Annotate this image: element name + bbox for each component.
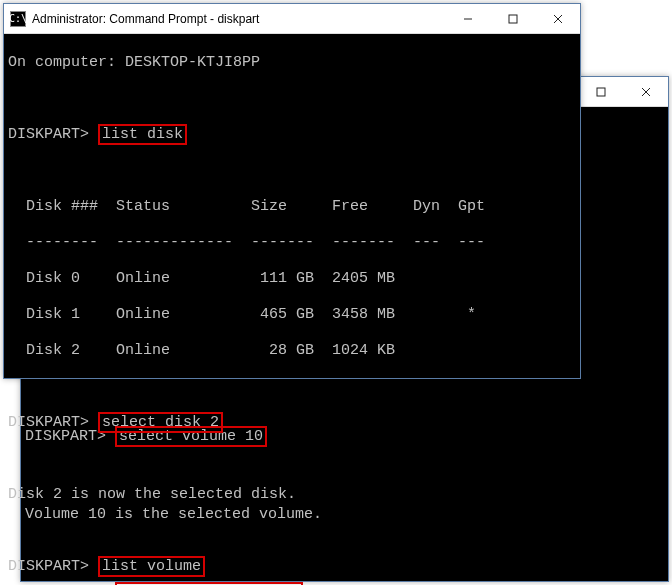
terminal-output-front: On computer: DESKTOP-KTJI8PP DISKPART> l… bbox=[4, 34, 580, 585]
window-title-front: Administrator: Command Prompt - diskpart bbox=[32, 12, 445, 26]
cmd-list-volume: list volume bbox=[98, 556, 205, 577]
prompt: DISKPART> bbox=[8, 558, 89, 575]
svg-rect-5 bbox=[509, 15, 517, 23]
close-button[interactable] bbox=[623, 77, 668, 106]
maximize-button[interactable] bbox=[578, 77, 623, 106]
close-button[interactable] bbox=[535, 4, 580, 33]
titlebar-front[interactable]: C:\ Administrator: Command Prompt - disk… bbox=[4, 4, 580, 34]
disk-header: Disk ### Status Size Free Dyn Gpt bbox=[8, 198, 576, 216]
disk-row: Disk 2 Online 28 GB 1024 KB bbox=[8, 342, 576, 360]
cmd-window-front: C:\ Administrator: Command Prompt - disk… bbox=[3, 3, 581, 379]
prompt: DISKPART> bbox=[8, 126, 89, 143]
disk-row: Disk 0 Online 111 GB 2405 MB bbox=[8, 270, 576, 288]
minimize-button[interactable] bbox=[445, 4, 490, 33]
disk-sep: -------- ------------- ------- ------- -… bbox=[8, 234, 576, 252]
cmd-select-disk: select disk 2 bbox=[98, 412, 223, 433]
maximize-button[interactable] bbox=[490, 4, 535, 33]
cmd-list-disk: list disk bbox=[98, 124, 187, 145]
msg-selected-disk: Disk 2 is now the selected disk. bbox=[8, 486, 576, 504]
prompt: DISKPART> bbox=[8, 414, 89, 431]
cmd-icon: C:\ bbox=[10, 11, 26, 27]
disk-row: Disk 1 Online 465 GB 3458 MB * bbox=[8, 306, 576, 324]
computer-line: On computer: DESKTOP-KTJI8PP bbox=[8, 54, 576, 72]
svg-rect-1 bbox=[597, 88, 605, 96]
